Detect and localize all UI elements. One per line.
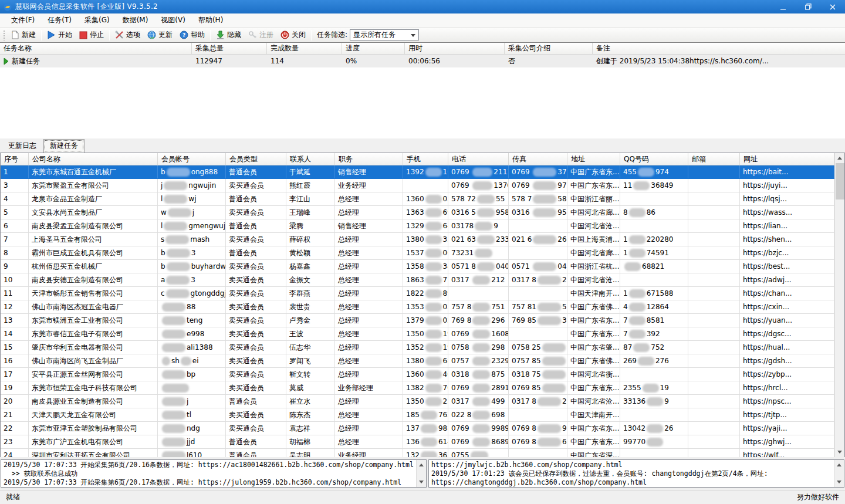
column-header-website[interactable]: 网址	[740, 153, 834, 165]
column-header-elapsed[interactable]: 用时	[405, 43, 505, 54]
menu-view[interactable]: 视图(V)	[154, 13, 192, 27]
new-task-button[interactable]: 新建	[7, 29, 39, 42]
cell-address: 中国浙江省丽...	[567, 192, 620, 205]
redaction-blur	[472, 411, 490, 420]
cell-phone: 0769 1376	[448, 179, 509, 192]
column-header-remark[interactable]: 备注	[593, 43, 845, 54]
column-header-contact[interactable]: 联系人	[286, 153, 335, 165]
column-header-company[interactable]: 公司名称	[29, 153, 158, 165]
start-button[interactable]: 开始	[43, 29, 76, 42]
cell-website: https://hual...	[740, 341, 834, 354]
scroll-up-button[interactable]	[834, 460, 844, 470]
column-header-account[interactable]: 会员帐号	[158, 153, 226, 165]
table-row[interactable]: 23东莞市广沪五金机电有限公司jjd普通会员胡福棉总经理136614080769…	[1, 435, 834, 449]
options-button[interactable]: 选项	[111, 29, 144, 42]
cell-company: 东莞市东城百通五金机械厂	[29, 165, 158, 178]
redaction-blur	[542, 343, 566, 352]
column-header-phone[interactable]: 电话	[448, 153, 509, 165]
column-header-total[interactable]: 采集总量	[192, 43, 267, 54]
table-row[interactable]: 7上海圣马五金有限公司smash卖买通会员薛碎权总经理1380353021 63…	[1, 233, 834, 246]
scroll-down-button[interactable]	[835, 447, 844, 457]
table-row[interactable]: 11天津市畅彤五金销售有限公司cgtongddgj卖买通会员李群燕总经理1822…	[1, 287, 834, 300]
minimize-button[interactable]	[771, 0, 796, 13]
scroll-up-button[interactable]	[417, 460, 426, 470]
table-row[interactable]: 9杭州佰思买五金机械厂bbuyhardware卖买通会员杨嘉鑫总经理135834…	[1, 260, 834, 273]
cell-website: https://yuan...	[740, 314, 834, 327]
table-row[interactable]: 4龙泉市金品五金制造厂lwj普通会员李江山总经理1360030578 72555…	[1, 192, 834, 206]
column-header-progress[interactable]: 进度	[342, 43, 405, 54]
menu-help[interactable]: 帮助(H)	[192, 13, 229, 27]
table-row[interactable]: 12佛山市南海区杰冠五金电器厂88卖买通会员裴世贵总经理13530376757 …	[1, 300, 834, 314]
table-row[interactable]: 5文安县水尚五金制品厂wj卖买通会员王瑞峰总经理13636950316 5958…	[1, 206, 834, 219]
collect-log-panel[interactable]: 2019/5/30 17:07:33 开始采集第6页/20.16条数据，网址: …	[1, 459, 427, 488]
column-header-done[interactable]: 完成数量	[267, 43, 342, 54]
stop-button[interactable]: 停止	[76, 29, 107, 42]
cell-address: 中国广东省东...	[567, 422, 620, 435]
dedup-log-panel[interactable]: https://jmylwjc.b2b.hc360.com/shop/compa…	[428, 459, 844, 488]
redaction-blur	[425, 289, 442, 298]
table-row[interactable]: 22东莞市亚津五金塑胶制品有限公司ndg卖买通会员袁志祥总经理137988790…	[1, 422, 834, 435]
scroll-thumb[interactable]	[836, 163, 844, 199]
scroll-up-button[interactable]	[835, 153, 844, 163]
table-row[interactable]: 15肇庆市华利五金电器有限公司ali1388卖买通会员伍志华总经理1352197…	[1, 341, 834, 354]
scroll-down-button[interactable]	[834, 477, 844, 487]
column-header-seq[interactable]: 序号	[1, 153, 29, 165]
cell-company: 上海圣马五金有限公司	[29, 233, 158, 246]
table-row[interactable]: 6南皮县梁孟五金制造有限公司lgmengwujin8普通会员梁腾销售经理1329…	[1, 219, 834, 233]
column-header-address[interactable]: 地址	[567, 153, 620, 165]
menu-data[interactable]: 数据(M)	[116, 13, 155, 27]
menu-collect[interactable]: 采集(G)	[78, 13, 116, 27]
menu-file[interactable]: 文件(F)	[5, 13, 41, 27]
column-header-fax[interactable]: 传真	[509, 153, 567, 165]
restore-button[interactable]	[796, 0, 820, 13]
register-button[interactable]: 注册	[245, 29, 277, 42]
tab-new-task[interactable]: 新建任务	[43, 139, 84, 153]
cell-title: 总经理	[335, 395, 403, 408]
table-row[interactable]: 20南皮县源业五金制造有限公司j普通会员崔立水总经理135023830317 4…	[1, 395, 834, 408]
column-header-email[interactable]: 邮箱	[688, 153, 740, 165]
close-task-button[interactable]: 关闭	[277, 29, 309, 42]
task-filter-dropdown[interactable]: 显示所有任务	[350, 29, 419, 40]
redaction-blur	[538, 424, 561, 433]
column-header-mobile[interactable]: 手机	[403, 153, 448, 165]
cell-website: https://cxin...	[740, 300, 834, 313]
redaction-blur	[162, 451, 185, 457]
redaction-blur	[647, 438, 663, 447]
cell-type: 卖买通会员	[226, 233, 286, 246]
close-button[interactable]	[820, 0, 845, 13]
redaction-blur	[533, 168, 556, 177]
table-vertical-scrollbar[interactable]	[834, 153, 844, 457]
cell-address: 中国上海黄浦...	[567, 233, 620, 246]
scroll-down-button[interactable]	[417, 477, 426, 487]
table-row[interactable]: 10南皮县安德五金制造有限公司a3卖买通会员金振文总经理18637720317 …	[1, 273, 834, 287]
table-row[interactable]: 19东莞市恒荣五金电子科技有限公司卖买通会员莫威业务部经理13827011076…	[1, 381, 834, 395]
table-row[interactable]: 3东莞市聚盈五金有限公司jngwujin卖买通会员熊红霞业务经理0769 137…	[1, 179, 834, 192]
task-row[interactable]: 新建任务 112947 114 0% 00:06:56 否 创建于 2019/5…	[0, 55, 845, 67]
table-row[interactable]: 1东莞市东城百通五金机械厂bong888普通会员于斌延销售经理139216707…	[1, 165, 834, 179]
table-row[interactable]: 24深圳市安利达开拓五金有限公司l610普通会员吴志明业务经理132363907…	[1, 449, 834, 457]
hide-button[interactable]: 隐藏	[212, 29, 245, 42]
update-globe-icon	[147, 31, 156, 39]
help-button[interactable]: ? 帮助	[176, 29, 208, 42]
column-header-task-name[interactable]: 任务名称	[0, 43, 192, 54]
table-row[interactable]: 13东莞市镁洲五金工业有限公司teng卖买通会员卢秀金总经理1379027176…	[1, 314, 834, 327]
table-row[interactable]: 16佛山市南海区尚飞五金制品厂shei卖买通会员罗闻飞总经理1380689307…	[1, 354, 834, 368]
table-row[interactable]: 21天津天鹏天龙五金有限公司tl卖买通会员陈东杰总经理1857625022 86…	[1, 408, 834, 422]
table-row[interactable]: 14东莞市睿信五金电子有限公司e998卖买通会员王波总经理13501910076…	[1, 327, 834, 341]
column-header-qq[interactable]: QQ号码	[620, 153, 688, 165]
column-header-title[interactable]: 职务	[335, 153, 403, 165]
update-button[interactable]: 更新	[144, 29, 176, 42]
cell-phone: 0317 212	[448, 273, 509, 286]
column-header-type[interactable]: 会员类型	[226, 153, 286, 165]
menu-task[interactable]: 任务(T)	[41, 13, 78, 27]
redaction-blur	[472, 357, 490, 366]
tab-update-log[interactable]: 更新日志	[2, 140, 42, 153]
cell-type: 普通会员	[226, 449, 286, 457]
log-scrollbar[interactable]	[834, 460, 844, 487]
cell-title: 总经理	[335, 408, 403, 421]
table-row[interactable]: 17安平县正源五金丝网有限公司bp卖买通会员靳文转总经理136040550318…	[1, 368, 834, 381]
redaction-blur	[425, 397, 442, 406]
table-row[interactable]: 8霸州市巨成五金机具有限公司b3普通会员黄松颖总经理153706173231中国…	[1, 246, 834, 260]
log-scrollbar[interactable]	[416, 460, 426, 487]
column-header-intro[interactable]: 采集公司介绍	[505, 43, 593, 54]
